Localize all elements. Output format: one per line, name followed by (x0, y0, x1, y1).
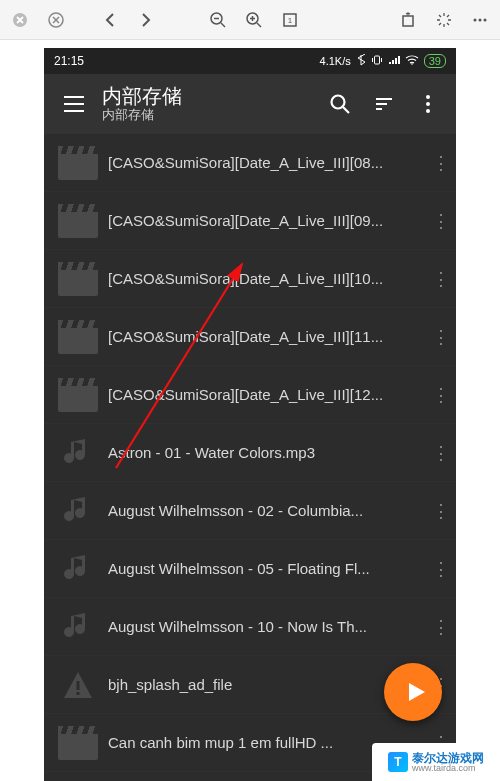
file-row[interactable]: August Wilhelmsson - 02 - Columbia...⋮ (44, 482, 456, 540)
svg-point-7 (474, 18, 477, 21)
svg-point-11 (411, 63, 413, 65)
page-title: 内部存储 (102, 85, 318, 107)
row-menu-icon[interactable]: ⋮ (426, 326, 456, 348)
status-time: 21:15 (54, 54, 84, 68)
svg-rect-16 (77, 681, 80, 690)
file-name: August Wilhelmsson - 05 - Floating Fl... (108, 560, 426, 577)
watermark-name: 泰尔达游戏网 (412, 752, 484, 764)
music-icon (54, 491, 102, 531)
svg-point-9 (484, 18, 487, 21)
file-name: bjh_splash_ad_file (108, 676, 426, 693)
overflow-icon[interactable] (406, 82, 450, 126)
zoom-out-icon[interactable] (206, 8, 230, 32)
row-menu-icon[interactable]: ⋮ (426, 152, 456, 174)
clapperboard-icon (54, 143, 102, 183)
svg-point-12 (332, 96, 345, 109)
app-header: 内部存储 内部存储 (44, 74, 456, 134)
status-netspeed: 4.1K/s (320, 55, 351, 67)
svg-rect-17 (77, 692, 80, 695)
more-icon[interactable] (468, 8, 492, 32)
svg-point-15 (426, 109, 430, 113)
zoom-fit-icon[interactable]: 1 (278, 8, 302, 32)
watermark-logo: T (388, 752, 408, 772)
file-name: [CASO&SumiSora][Date_A_Live_III][12... (108, 386, 426, 403)
watermark: T 泰尔达游戏网 www.tairda.com (372, 743, 500, 781)
clapperboard-icon (54, 317, 102, 357)
watermark-url: www.tairda.com (412, 764, 484, 773)
svg-rect-6 (403, 16, 413, 26)
phone-screen: 21:15 4.1K/s 39 内部存储 内部存储 (44, 48, 456, 781)
svg-point-8 (479, 18, 482, 21)
row-menu-icon[interactable]: ⋮ (426, 558, 456, 580)
wifi-icon (405, 55, 419, 67)
music-icon (54, 549, 102, 589)
file-row[interactable]: [CASO&SumiSora][Date_A_Live_III][12...⋮ (44, 366, 456, 424)
title-block: 内部存储 内部存储 (94, 85, 318, 123)
file-name: August Wilhelmsson - 02 - Columbia... (108, 502, 426, 519)
bluetooth-icon (356, 54, 366, 68)
row-menu-icon[interactable]: ⋮ (426, 500, 456, 522)
magic-icon[interactable] (432, 8, 456, 32)
file-name: Astron - 01 - Water Colors.mp3 (108, 444, 426, 461)
file-row[interactable]: Astron - 01 - Water Colors.mp3⋮ (44, 424, 456, 482)
file-row[interactable]: [CASO&SumiSora][Date_A_Live_III][10...⋮ (44, 250, 456, 308)
signal-icon (388, 55, 400, 67)
clapperboard-icon (54, 259, 102, 299)
file-row[interactable]: [CASO&SumiSora][Date_A_Live_III][09...⋮ (44, 192, 456, 250)
music-icon (54, 433, 102, 473)
rotate-icon[interactable] (396, 8, 420, 32)
svg-text:1: 1 (288, 16, 293, 25)
row-menu-icon[interactable]: ⋮ (426, 384, 456, 406)
file-name: [CASO&SumiSora][Date_A_Live_III][09... (108, 212, 426, 229)
file-name: [CASO&SumiSora][Date_A_Live_III][10... (108, 270, 426, 287)
zoom-in-icon[interactable] (242, 8, 266, 32)
hamburger-icon[interactable] (54, 95, 94, 113)
clapperboard-icon (54, 723, 102, 763)
search-icon[interactable] (318, 82, 362, 126)
file-row[interactable]: [CASO&SumiSora][Date_A_Live_III][11...⋮ (44, 308, 456, 366)
svg-point-14 (426, 102, 430, 106)
music-icon (54, 607, 102, 647)
sort-icon[interactable] (362, 82, 406, 126)
svg-point-13 (426, 95, 430, 99)
file-name: [CASO&SumiSora][Date_A_Live_III][11... (108, 328, 426, 345)
browser-toolbar: 1 (0, 0, 500, 40)
clear-icon[interactable] (44, 8, 68, 32)
svg-rect-10 (374, 56, 379, 64)
status-bar: 21:15 4.1K/s 39 (44, 48, 456, 74)
file-row[interactable]: August Wilhelmsson - 10 - Now Is Th...⋮ (44, 598, 456, 656)
battery-pill: 39 (424, 54, 446, 68)
file-name: August Wilhelmsson - 10 - Now Is Th... (108, 618, 426, 635)
row-menu-icon[interactable]: ⋮ (426, 616, 456, 638)
play-fab[interactable] (384, 663, 442, 721)
vibrate-icon (371, 54, 383, 68)
row-menu-icon[interactable]: ⋮ (426, 210, 456, 232)
file-row[interactable]: August Wilhelmsson - 05 - Floating Fl...… (44, 540, 456, 598)
clapperboard-icon (54, 375, 102, 415)
row-menu-icon[interactable]: ⋮ (426, 442, 456, 464)
file-row[interactable]: [CASO&SumiSora][Date_A_Live_III][08...⋮ (44, 134, 456, 192)
warning-icon (54, 665, 102, 705)
file-name: [CASO&SumiSora][Date_A_Live_III][08... (108, 154, 426, 171)
forward-icon[interactable] (134, 8, 158, 32)
row-menu-icon[interactable]: ⋮ (426, 268, 456, 290)
close-tab-icon[interactable] (8, 8, 32, 32)
page-subtitle: 内部存储 (102, 107, 318, 123)
clapperboard-icon (54, 201, 102, 241)
back-icon[interactable] (98, 8, 122, 32)
